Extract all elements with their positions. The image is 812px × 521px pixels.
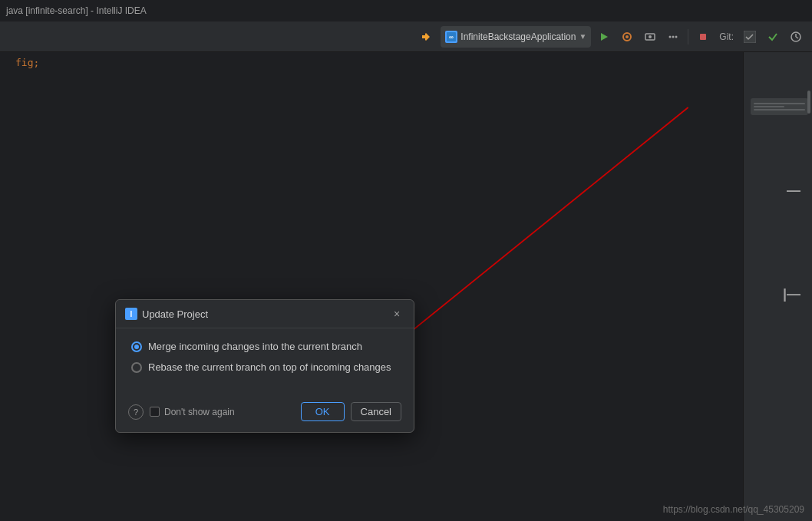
dialog-footer: ? Don't show again OK Cancel [116, 394, 414, 432]
run-config-icon: ∞ [445, 31, 457, 43]
scroll-indicator[interactable] [807, 91, 810, 114]
dialog-app-icon: I [125, 308, 137, 320]
merge-radio-dot [134, 345, 139, 349]
svg-marker-2 [601, 33, 608, 41]
cursor-indicator-2: |— [783, 286, 800, 302]
debug-button[interactable] [617, 27, 637, 47]
title-bar: java [infinite-search] - IntelliJ IDEA [0, 0, 812, 21]
footer-left: ? Don't show again [128, 404, 235, 420]
git-vcs-button[interactable] [740, 27, 760, 47]
app-title: java [infinite-search] - IntelliJ IDEA [6, 5, 147, 16]
svg-point-4 [626, 35, 629, 38]
svg-point-8 [672, 35, 675, 38]
git-clock-button[interactable] [786, 27, 806, 47]
svg-point-9 [675, 35, 678, 38]
run-config-label: InfiniteBackstageApplication [460, 31, 576, 42]
dont-show-label: Don't show again [164, 407, 235, 417]
dialog-title-bar: I Update Project × [116, 300, 414, 328]
ok-button[interactable]: OK [301, 402, 345, 421]
git-label: Git: [719, 31, 734, 42]
mini-line-2 [754, 106, 784, 107]
mini-line-1 [754, 103, 805, 104]
dont-show-checkbox[interactable]: Don't show again [150, 407, 235, 417]
back-button[interactable] [418, 27, 437, 47]
right-panel: — |— [743, 52, 812, 521]
profile-button[interactable] [640, 27, 660, 47]
dialog-body: Merge incoming changes into the current … [116, 328, 414, 394]
mini-line-3 [754, 109, 805, 110]
git-check-button[interactable] [763, 27, 783, 47]
merge-label: Merge incoming changes into the current … [148, 341, 362, 352]
svg-line-14 [796, 37, 798, 38]
dialog-buttons: OK Cancel [301, 402, 401, 421]
run-config-selector[interactable]: ∞ InfiniteBackstageApplication ▼ [441, 26, 591, 48]
watermark: https://blog.csdn.net/qq_45305209 [663, 504, 804, 515]
rebase-option[interactable]: Rebase the current branch on top of inco… [131, 361, 398, 373]
mini-code-preview [751, 98, 808, 115]
run-config-dropdown-icon: ▼ [579, 32, 586, 41]
merge-radio[interactable] [131, 341, 142, 352]
toolbar-separator [688, 29, 688, 45]
stop-button[interactable] [693, 27, 713, 47]
cancel-button[interactable]: Cancel [351, 402, 401, 421]
editor-area: fig; — |— [0, 52, 812, 521]
rebase-radio[interactable] [131, 362, 142, 373]
svg-text:∞: ∞ [449, 34, 454, 41]
merge-option[interactable]: Merge incoming changes into the current … [131, 341, 398, 352]
update-project-dialog: I Update Project × Merge incoming change… [115, 299, 414, 433]
help-button[interactable]: ? [128, 404, 144, 420]
toolbar: ∞ InfiniteBackstageApplication ▼ [0, 21, 812, 52]
red-arrow-annotation [0, 52, 743, 521]
run-button[interactable] [594, 27, 614, 47]
dialog-close-button[interactable]: × [389, 306, 404, 322]
more-run-button[interactable] [663, 27, 683, 47]
editor-main: fig; [0, 52, 743, 521]
dialog-title-left: I Update Project [125, 308, 208, 320]
dialog-title: Update Project [142, 308, 208, 320]
rebase-label: Rebase the current branch on top of inco… [148, 361, 391, 373]
dont-show-checkbox-box[interactable] [150, 407, 160, 417]
cursor-indicator-1: — [787, 183, 800, 199]
svg-point-7 [669, 35, 672, 38]
svg-rect-10 [700, 34, 706, 40]
svg-point-6 [649, 35, 652, 38]
code-line-1: fig; [0, 52, 743, 74]
